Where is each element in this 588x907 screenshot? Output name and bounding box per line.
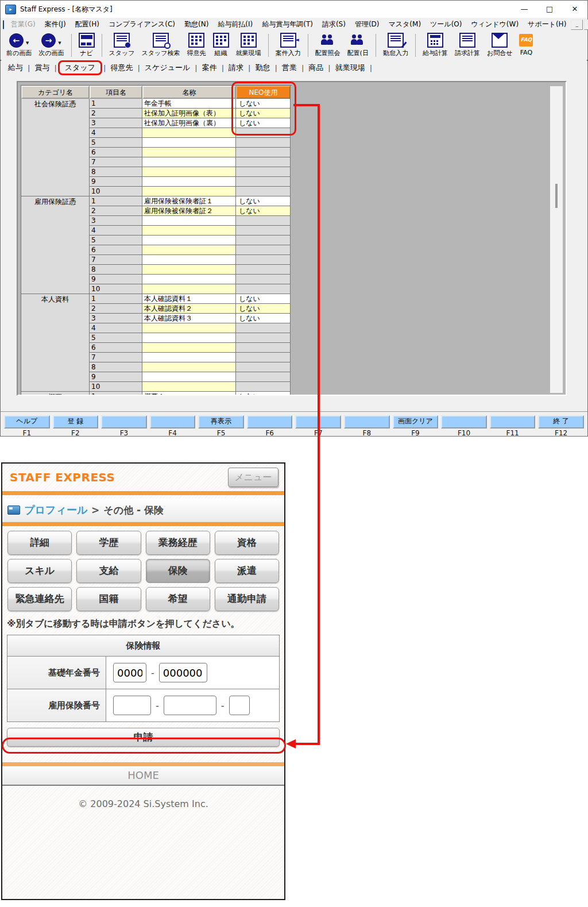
scrollbar-thumb[interactable] [555, 184, 558, 208]
tab-schedule[interactable]: スケジュール [141, 61, 195, 74]
toolbar-button-client[interactable]: 得意先 [184, 32, 209, 58]
neo-usage-cell[interactable]: しない [236, 314, 291, 323]
menu-item-compliance[interactable]: コンプライアンス(C) [104, 20, 180, 29]
toolbar-button-faq[interactable]: FAQ [516, 32, 536, 57]
neo-usage-cell[interactable] [236, 382, 291, 392]
mobile-nav-nationality[interactable]: 国籍 [76, 587, 141, 611]
pension-number-input-1[interactable] [113, 663, 146, 682]
employment-insurance-input-3[interactable] [229, 696, 250, 715]
neo-usage-cell[interactable] [236, 353, 291, 362]
tab-billing[interactable]: 請求 [225, 61, 247, 74]
neo-usage-cell[interactable] [236, 138, 291, 148]
toolbar-button-case-input[interactable]: 案件入力 [273, 32, 304, 58]
fn-button-f1[interactable]: ヘルプ [4, 415, 50, 429]
menu-item-assign[interactable]: 配置(H) [71, 20, 104, 29]
name-cell[interactable] [142, 177, 236, 187]
toolbar-button-prev-screen[interactable]: ▼前の画面 [3, 32, 34, 58]
fn-button-f9[interactable]: 画面クリア [393, 415, 439, 429]
menu-item-tools[interactable]: ツール(O) [425, 20, 466, 29]
neo-usage-cell[interactable] [236, 255, 291, 265]
minimize-button[interactable]: — [512, 1, 537, 18]
neo-usage-cell[interactable] [236, 236, 291, 245]
name-cell[interactable] [142, 216, 236, 226]
menu-item-sales[interactable]: 営業(G) [6, 20, 40, 29]
mobile-nav-work-history[interactable]: 業務経歴 [146, 531, 210, 555]
neo-usage-cell[interactable] [236, 372, 291, 382]
neo-usage-cell[interactable] [236, 275, 291, 284]
neo-usage-cell[interactable] [236, 284, 291, 294]
menu-item-case[interactable]: 案件(J) [40, 20, 71, 29]
name-cell[interactable] [142, 128, 236, 138]
mobile-nav-emergency-contact[interactable]: 緊急連絡先 [7, 587, 72, 611]
neo-usage-cell[interactable] [236, 343, 291, 353]
name-cell[interactable] [142, 148, 236, 157]
neo-usage-cell[interactable]: しない [236, 196, 291, 206]
toolbar-button-organization[interactable]: 組織 [210, 32, 232, 58]
fn-button-f5[interactable]: 再表示 [198, 415, 244, 429]
mobile-nav-payment[interactable]: 支給 [76, 559, 141, 583]
name-cell[interactable]: 社保加入証明画像（表） [142, 109, 236, 118]
toolbar-button-staff[interactable]: スタッフ [106, 32, 138, 58]
name-cell[interactable] [142, 265, 236, 275]
neo-usage-cell[interactable] [236, 148, 291, 157]
dropdown-caret-icon[interactable]: ▼ [26, 41, 29, 45]
neo-usage-cell[interactable]: しない [236, 392, 291, 396]
tab-payroll[interactable]: 給与 [4, 61, 27, 74]
mobile-nav-insurance[interactable]: 保険 [146, 559, 210, 583]
menu-item-advance-pay[interactable]: 給与前払(I) [213, 20, 257, 29]
menu-item-window[interactable]: ウィンドウ(W) [466, 20, 523, 29]
home-button[interactable]: HOME [2, 766, 284, 786]
mobile-nav-qualification[interactable]: 資格 [215, 531, 279, 555]
fn-button-f12[interactable]: 終 了 [538, 415, 584, 429]
name-cell[interactable] [142, 323, 236, 333]
fn-button-f2[interactable]: 登 録 [53, 415, 99, 429]
name-cell[interactable] [142, 362, 236, 372]
mdi-minimize-button[interactable]: _ [571, 20, 583, 30]
tab-staff[interactable]: スタッフ [58, 60, 102, 75]
name-cell[interactable]: 雇用保険被保険者証１ [142, 196, 236, 206]
toolbar-button-worksite[interactable]: 就業現場 [233, 32, 264, 58]
fn-button-f11[interactable] [490, 415, 536, 429]
mobile-nav-commute-apply[interactable]: 通勤申請 [215, 587, 279, 611]
mobile-nav-skill[interactable]: スキル [7, 559, 72, 583]
name-cell[interactable] [142, 157, 236, 167]
name-cell[interactable] [142, 138, 236, 148]
employment-insurance-input-1[interactable] [113, 696, 151, 715]
name-cell[interactable] [142, 167, 236, 177]
name-cell[interactable] [142, 284, 236, 294]
tab-bonus[interactable]: 賞与 [30, 61, 53, 74]
toolbar-button-attendance-input[interactable]: 勤怠入力 [380, 32, 411, 58]
mdi-restore-button[interactable]: ❐ [584, 20, 588, 30]
neo-usage-cell[interactable]: しない [236, 304, 291, 314]
neo-usage-cell[interactable] [236, 265, 291, 275]
mobile-nav-education[interactable]: 学歴 [76, 531, 141, 555]
name-cell[interactable]: 雇用保険被保険者証２ [142, 206, 236, 216]
vertical-scrollbar[interactable] [550, 86, 563, 393]
neo-usage-cell[interactable] [236, 187, 291, 196]
neo-usage-cell[interactable] [236, 167, 291, 177]
name-cell[interactable]: 年金手帳 [142, 99, 236, 109]
name-cell[interactable] [142, 382, 236, 392]
name-cell[interactable]: 本人確認資料１ [142, 294, 236, 304]
neo-usage-cell[interactable] [236, 226, 291, 236]
menu-item-admin[interactable]: 管理(D) [350, 20, 384, 29]
toolbar-button-payroll-calc[interactable]: 給与計算 [420, 32, 451, 58]
toolbar-button-billing-calc[interactable]: 請求計算 [452, 32, 483, 58]
toolbar-button-navi[interactable]: ナビ [76, 32, 98, 58]
menu-item-payroll-bonus-adj[interactable]: 給与賞与年調(T) [257, 20, 318, 29]
toolbar-button-staff-search[interactable]: スタッフ検索 [139, 32, 183, 58]
tab-worksite[interactable]: 就業現場 [331, 61, 369, 74]
name-cell[interactable] [142, 333, 236, 343]
name-cell[interactable]: 本人確認資料３ [142, 314, 236, 323]
name-cell[interactable] [142, 372, 236, 382]
neo-usage-cell[interactable] [236, 362, 291, 372]
fn-button-f4[interactable] [150, 415, 196, 429]
name-cell[interactable] [142, 245, 236, 255]
neo-usage-cell[interactable] [236, 245, 291, 255]
name-cell[interactable] [142, 255, 236, 265]
fn-button-f3[interactable] [101, 415, 147, 429]
mobile-nav-wish[interactable]: 希望 [146, 587, 210, 611]
mobile-nav-dispatch[interactable]: 派遣 [215, 559, 279, 583]
name-cell[interactable] [142, 187, 236, 196]
fn-button-f10[interactable] [441, 415, 487, 429]
